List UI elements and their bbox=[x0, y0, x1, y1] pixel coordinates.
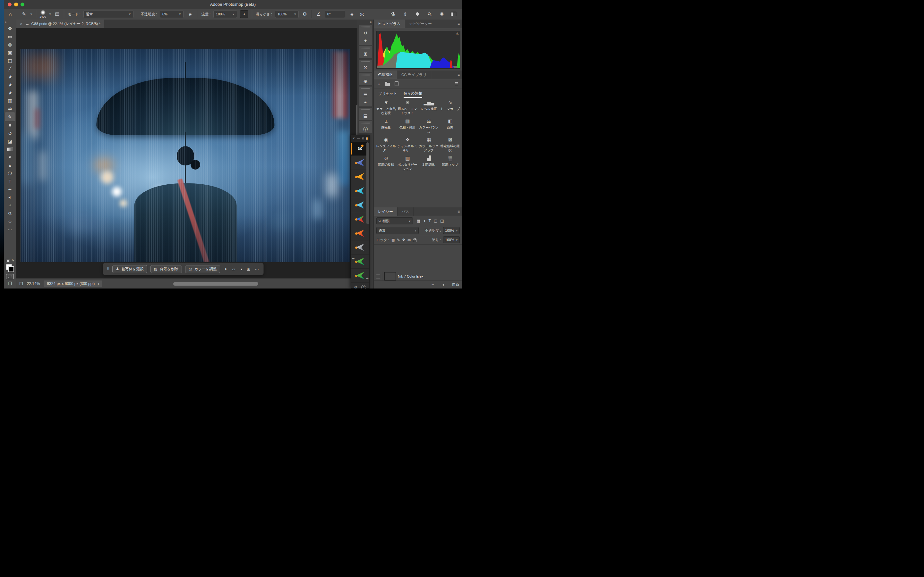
custom-shape-tool[interactable]: ☆ bbox=[5, 218, 15, 226]
list-view-icon[interactable]: ☰ bbox=[455, 81, 459, 86]
gradient-tool[interactable] bbox=[5, 145, 15, 153]
edit-toolbar[interactable]: ⋯ bbox=[5, 226, 15, 234]
color-mixer-icon[interactable]: ◉ bbox=[363, 79, 367, 83]
layer-blend-mode-select[interactable]: 通常 ∨ bbox=[376, 227, 419, 234]
adjustment-item[interactable]: ▒ 階調マップ bbox=[439, 155, 461, 171]
layer-style-icon[interactable]: fx bbox=[456, 283, 459, 287]
select-subject-button[interactable]: ♟ 被写体を選択 bbox=[112, 265, 147, 273]
generative-wand-icon[interactable]: ✦ bbox=[223, 267, 228, 271]
adjustment-icon[interactable]: ◑ bbox=[239, 267, 243, 271]
histogram-warning-icon[interactable]: ⚠ bbox=[456, 32, 459, 36]
zoom-window-button[interactable] bbox=[21, 3, 24, 6]
path-selection-tool[interactable]: ➤ bbox=[5, 193, 15, 201]
visibility-toggle[interactable] bbox=[374, 271, 383, 281]
new-adjustment-layer-icon[interactable]: ◑ bbox=[442, 282, 444, 287]
tool-presets-icon[interactable]: ⚒ bbox=[363, 65, 368, 70]
adjustments-sliders-icon[interactable]: ☰ bbox=[363, 92, 368, 97]
home-icon[interactable]: ⌂ bbox=[7, 11, 13, 17]
move-tool[interactable]: ✥ bbox=[5, 24, 15, 32]
adjustment-item[interactable]: ▂▅▃ レベル補正 bbox=[418, 99, 439, 115]
filter-shape-layers-icon[interactable]: ▢ bbox=[434, 219, 437, 223]
toolbar-expand[interactable]: » bbox=[3, 19, 17, 24]
adjust-color-button[interactable]: ◎ カラーを調整 bbox=[185, 265, 220, 273]
adjustment-item[interactable]: ▦ カラールックアップ bbox=[418, 137, 439, 152]
screen-mode-icon[interactable]: ❐ bbox=[19, 282, 23, 286]
pressure-opacity-toggle[interactable]: ◉ bbox=[186, 11, 194, 18]
spot-healing-brush-tool[interactable]: ▰ bbox=[5, 81, 15, 89]
settings-icon[interactable]: ⚙ bbox=[362, 137, 365, 140]
selection-brush-tool[interactable]: ◎ bbox=[5, 40, 15, 48]
lock-artboard-icon[interactable]: ▭ bbox=[407, 238, 411, 242]
channels-icon[interactable]: ⚭ bbox=[363, 100, 367, 105]
adjustment-item[interactable]: ▟ 2 階調化 bbox=[418, 155, 439, 171]
canvas-horizontal-scrollbar[interactable] bbox=[173, 282, 258, 285]
blend-mode-select[interactable]: 通常 ∨ bbox=[83, 11, 134, 18]
panel-menu-icon[interactable]: ≡ bbox=[455, 207, 462, 216]
tab-layers[interactable]: レイヤー bbox=[374, 207, 397, 216]
document-image[interactable] bbox=[21, 49, 351, 262]
adjustment-item[interactable]: ⊘ 階調の反転 bbox=[375, 155, 397, 171]
add-adjustment-icon[interactable]: + bbox=[378, 81, 381, 87]
tab-navigator[interactable]: ナビゲーター bbox=[405, 19, 436, 28]
notifications-bell-icon[interactable] bbox=[414, 12, 421, 16]
trash-icon[interactable] bbox=[395, 81, 399, 86]
default-colors-icon[interactable]: ⇆ bbox=[6, 259, 14, 262]
zoom-tool[interactable]: ⚲ bbox=[5, 210, 15, 218]
clone-source-icon[interactable]: ♜ bbox=[363, 52, 368, 56]
ai-wand-icon[interactable]: ✦ bbox=[363, 39, 367, 43]
transform-warp-icon[interactable]: ▱ bbox=[231, 267, 236, 271]
more-options-icon[interactable]: ⋯ bbox=[254, 267, 260, 271]
blur-tool[interactable]: ♠ bbox=[5, 153, 15, 161]
adjustment-item[interactable]: ▨ ポスタリゼーション bbox=[397, 155, 418, 171]
healing-brush-tool[interactable]: ▰ bbox=[5, 89, 15, 97]
type-tool[interactable]: T bbox=[5, 177, 15, 185]
close-icon[interactable]: ✕ bbox=[352, 137, 355, 140]
minimize-window-button[interactable] bbox=[14, 3, 18, 6]
lock-position-icon[interactable]: ✥ bbox=[402, 238, 405, 242]
info-icon[interactable]: ⓘ bbox=[363, 127, 368, 131]
adjustment-item[interactable]: ± 露光量 bbox=[375, 118, 397, 134]
nik-plugin-green-out[interactable]: ➜ bbox=[351, 269, 369, 283]
adjustment-item[interactable]: ⚖ カラーバランス bbox=[418, 118, 439, 134]
minimize-icon[interactable]: — bbox=[357, 137, 360, 140]
chevron-down-icon[interactable]: ∨ bbox=[49, 13, 51, 16]
color-swatches[interactable] bbox=[6, 264, 14, 272]
brush-preset-picker[interactable]: 2400 bbox=[40, 10, 46, 18]
filter-smart-objects-icon[interactable]: ◫ bbox=[440, 219, 444, 223]
discover-lightbulb-icon[interactable]: ✺ bbox=[439, 11, 445, 17]
brush-angle-input[interactable]: 0° bbox=[325, 11, 345, 18]
dock-collapse[interactable]: « bbox=[357, 19, 373, 24]
pressure-size-toggle[interactable]: ◉ bbox=[348, 11, 356, 18]
quick-mask-button[interactable] bbox=[6, 274, 14, 279]
brush-settings-panel-toggle[interactable]: ▤ bbox=[54, 11, 60, 17]
opacity-select[interactable]: 6% ∨ bbox=[160, 11, 184, 18]
beta-feedback-icon[interactable]: ⚗ bbox=[390, 11, 396, 17]
history-brush-tool[interactable]: ↺ bbox=[5, 129, 15, 137]
brush-tool[interactable]: ✎ bbox=[5, 113, 15, 121]
subtab-single-adjustments[interactable]: 個々の調整 bbox=[404, 89, 422, 98]
link-layers-icon[interactable]: ⚭ bbox=[431, 282, 435, 287]
tab-cc-libraries[interactable]: CC ライブラリ bbox=[397, 71, 431, 79]
nik-plugin-orange-red[interactable] bbox=[351, 226, 369, 240]
chevron-down-icon[interactable]: ∨ bbox=[30, 13, 32, 16]
symmetry-icon[interactable]: Ж bbox=[359, 11, 365, 17]
adjustment-item[interactable]: ▥ 色相・彩度 bbox=[397, 118, 418, 134]
plugins-icon[interactable]: ⬓ bbox=[363, 113, 367, 118]
patch-tool[interactable]: ▥ bbox=[5, 97, 15, 105]
filter-adjustment-layers-icon[interactable]: ◑ bbox=[423, 219, 425, 223]
layer-row[interactable]: ⚭ Nik 7 Color Efex bbox=[374, 271, 462, 281]
tab-paths[interactable]: パス bbox=[397, 207, 414, 216]
layer-opacity-select[interactable]: 100% ∨ bbox=[443, 227, 460, 234]
adjustment-item[interactable]: ❖ チャンネルミキサー bbox=[397, 137, 418, 152]
filter-pixel-layers-icon[interactable]: ▦ bbox=[417, 219, 420, 223]
smoothing-select[interactable]: 100% ∨ bbox=[275, 11, 299, 18]
lock-pixels-icon[interactable]: ✎ bbox=[397, 238, 400, 242]
lock-all-icon[interactable] bbox=[413, 239, 417, 242]
help-icon[interactable]: ? bbox=[361, 285, 366, 289]
close-tab-icon[interactable]: ✕ bbox=[20, 22, 23, 26]
tab-adjustments[interactable]: 色調補正 bbox=[374, 71, 397, 79]
sharpen-tool[interactable]: ▲ bbox=[5, 161, 15, 169]
eyedropper-tool[interactable]: ╱ bbox=[5, 64, 15, 73]
search-icon[interactable]: ⚲ bbox=[425, 10, 434, 19]
gear-icon[interactable]: ⚙ bbox=[354, 285, 358, 288]
